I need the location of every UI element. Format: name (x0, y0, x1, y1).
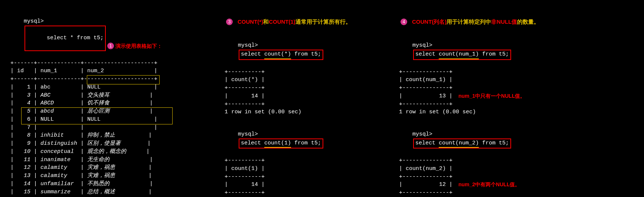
column-3: 4 COUNT(列名)用于计算特定列中非NULL值的数量。 mysql> sel… (399, 18, 637, 197)
table-row: | 14 | unfamiliar | 不熟悉的 | (10, 181, 153, 187)
table-row: | 7 | | | (10, 124, 157, 131)
result-count-num2: +--------------+ | count(num_2) | +-----… (399, 157, 637, 197)
query-1-box: select * from t5; (24, 26, 106, 51)
query-box: select count(1) from t5; (239, 138, 323, 149)
query-box: select count(*) from t5; (239, 50, 323, 60)
mysql-prompt: mysql> (412, 131, 432, 137)
table-row: | 15 | summarize | 总结，概述 | (10, 189, 152, 195)
table-row: | 10 | conceptual | 观念的，概念的 | (10, 148, 150, 155)
table-hr-mid: +------+-------------+------------------… (10, 76, 157, 82)
caption-3-line: 3 COUNT(*)和COUNT(1)通常用于计算所有行。 (225, 18, 395, 26)
note-num2: num_2中有两个NULL值。 (458, 181, 520, 188)
mysql-prompt: mysql> (412, 42, 432, 49)
table-row: | 4 | ABCD | 饥不择食 | (10, 100, 153, 106)
column-2: 3 COUNT(*)和COUNT(1)通常用于计算所有行。 mysql> sel… (225, 18, 395, 197)
query-box: select count(num_2) from t5; (413, 138, 511, 149)
query-line-count-1: mysql> select count(1) from t5; (225, 122, 395, 157)
caption-4: COUNT(列名)用于计算特定列中非NULL值的数量。 (412, 19, 539, 25)
caption-3: COUNT(*)和COUNT(1)通常用于计算所有行。 (238, 19, 351, 25)
underline-count-star: count(*) (264, 50, 291, 59)
table-row: | 6 | NULL | NULL | (10, 116, 157, 123)
query-line-count-num2: mysql> select count(num_2) from t5; (399, 122, 637, 157)
query-line-count-star: mysql> select count(*) from t5; (225, 34, 395, 68)
query-line-1: mysql> select * from t5; 1演示使用表格如下： (10, 9, 218, 59)
table-header: | id | num_1 | num_2 | (10, 68, 157, 74)
table-row: | 12 | calamity | 灾难，祸患 | (10, 164, 152, 171)
bullet-1: 1 (107, 43, 114, 49)
bullet-3: 3 (226, 19, 233, 25)
result-count-1: +----------+ | count(1) | +----------+ |… (225, 157, 395, 197)
table-hr-top: +------+-------------+------------------… (10, 60, 157, 66)
mysql-prompt: mysql> (24, 18, 44, 24)
caption-1: 演示使用表格如下： (115, 43, 162, 49)
mysql-prompt: mysql> (238, 131, 258, 137)
column-1: mysql> select * from t5; 1演示使用表格如下： +---… (10, 9, 218, 197)
table-row: | 11 | inanimate | 无生命的 | (10, 157, 153, 163)
bullet-4: 4 (401, 19, 407, 25)
table-output: +------+-------------+------------------… (10, 59, 218, 197)
table-row: | 9 | distinguish | 区别，使显著 | (10, 140, 151, 147)
underline-count-num2: count(num_2) (439, 139, 479, 148)
underline-count-1: count(1) (264, 139, 291, 148)
table-row: | 13 | calamity | 灾难，祸患 | (10, 173, 152, 179)
table-row: | 5 | abcd | 居心叵测 | (10, 108, 153, 114)
table-row: | 8 | inhibit | 抑制，禁止 | (10, 132, 152, 138)
underline-count-num1: count(num_1) (439, 50, 479, 59)
caption-4-line: 4 COUNT(列名)用于计算特定列中非NULL值的数量。 (399, 18, 637, 26)
query-line-count-num1: mysql> select count(num_1) from t5; (399, 34, 637, 68)
query-1-text: select * from t5; (47, 35, 104, 41)
mysql-prompt: mysql> (238, 42, 258, 49)
result-count-star: +----------+ | count(*) | +----------+ |… (225, 68, 395, 117)
table-row: | 3 | ABC | 交头接耳 | (10, 92, 153, 98)
note-num1: num_1中只有一个NULL值。 (458, 92, 525, 100)
table-row: | 1 | abc | NULL | (10, 84, 157, 90)
query-box: select count(num_1) from t5; (413, 50, 511, 60)
